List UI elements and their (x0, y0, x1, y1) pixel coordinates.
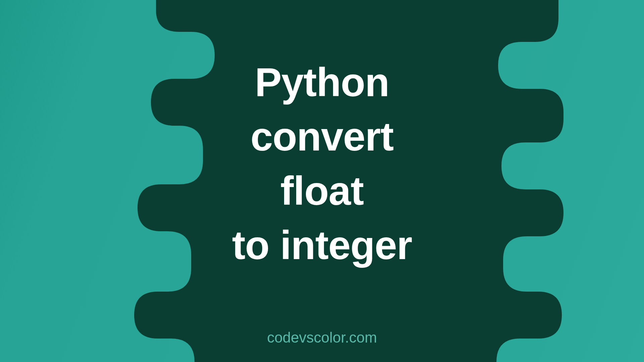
main-title: Python convert float to integer (0, 55, 644, 272)
title-container: Python convert float to integer (0, 55, 644, 272)
watermark-text: codevscolor.com (267, 329, 377, 346)
title-line-1: Python (0, 55, 644, 109)
title-line-3: float (0, 164, 644, 218)
title-line-2: convert (0, 109, 644, 164)
title-line-4: to integer (0, 218, 644, 272)
